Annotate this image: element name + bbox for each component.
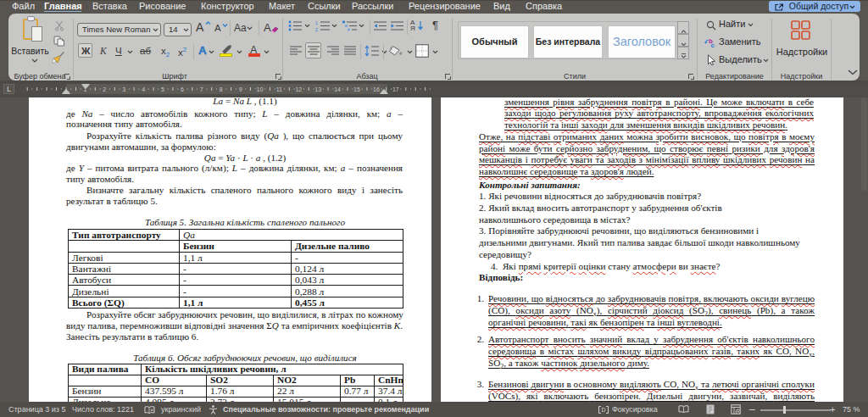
svg-text:c: c	[711, 42, 715, 48]
svg-text:2: 2	[315, 27, 318, 32]
svg-text:11: 11	[276, 86, 282, 92]
svg-text:14: 14	[334, 86, 341, 92]
svg-text:10: 10	[257, 86, 264, 92]
svg-text:12: 12	[295, 86, 302, 92]
svg-text:6: 6	[181, 86, 184, 92]
svg-text:16: 16	[373, 86, 380, 92]
svg-text:3: 3	[122, 86, 125, 92]
svg-text:4: 4	[142, 86, 145, 92]
svg-text:15: 15	[353, 86, 360, 92]
svg-text:D: D	[601, 407, 605, 413]
svg-text:13: 13	[314, 86, 321, 92]
svg-text:8: 8	[220, 86, 223, 92]
svg-text:7: 7	[200, 86, 203, 92]
svg-text:1: 1	[315, 20, 318, 25]
svg-text:17: 17	[392, 86, 399, 92]
svg-text:9: 9	[239, 86, 242, 92]
svg-text:5: 5	[161, 86, 164, 92]
svg-text:2: 2	[103, 86, 106, 92]
